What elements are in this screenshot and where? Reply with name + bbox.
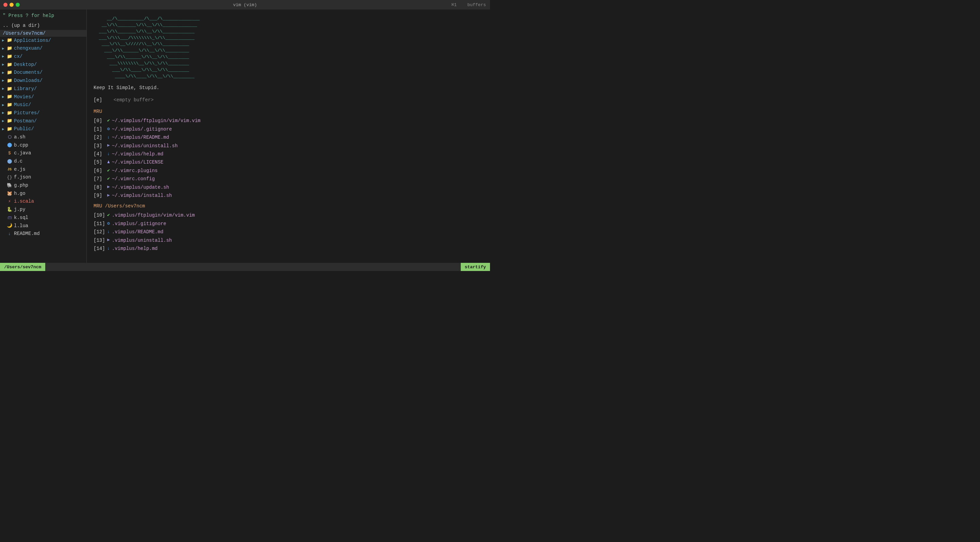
tree-item-d-c[interactable]: ⬤ d.c	[0, 157, 86, 166]
tree-item-h-go[interactable]: 🐹 h.go	[0, 190, 86, 198]
empty-buf-key: [e]	[94, 97, 102, 103]
mru-idx: [2]	[94, 134, 106, 141]
file-name: README.md	[14, 230, 40, 238]
file-name: h.go	[14, 190, 25, 198]
folder-icon: 📁	[7, 101, 12, 108]
git-icon: ⚙	[107, 126, 110, 133]
arrow-icon: ▶	[2, 70, 5, 76]
vim-icon2: ✔	[107, 167, 110, 174]
status-path: /Users/sev7ncm	[4, 265, 41, 269]
status-bar: /Users/sev7ncm startify	[0, 263, 490, 271]
tree-item-movies[interactable]: ▶ 📁 Movies/	[0, 93, 86, 101]
mru-idx: [5]	[94, 158, 106, 166]
tree-item-k-sql[interactable]: 🗃 k.sql	[0, 214, 86, 222]
file-name: i.scala	[14, 198, 34, 205]
c-icon: ⬤	[7, 158, 12, 165]
folder-icon: 📁	[7, 94, 12, 100]
file-name: j.py	[14, 206, 25, 214]
tree-item-c-java[interactable]: $ c.java	[0, 149, 86, 157]
md-icon: ↓	[107, 134, 110, 141]
tree-item-cx[interactable]: ▶ 📁 cx/	[0, 53, 86, 61]
tree-item-f-json[interactable]: {} f.json	[0, 173, 86, 182]
mru-idx: [7]	[94, 175, 106, 182]
tree-item-a-sh[interactable]: ⬡ a.sh	[0, 133, 86, 141]
tree-item-music[interactable]: ▶ 📁 Music/	[0, 101, 86, 109]
tree-item-e-js[interactable]: JS e.js	[0, 166, 86, 174]
arrow-icon: ▶	[2, 86, 5, 92]
tree-item-readme[interactable]: ↓ README.md	[0, 230, 86, 238]
mru-idx: [11]	[94, 220, 106, 227]
mru-item-14[interactable]: [14] ↓ .vimplus/help.md	[94, 245, 483, 252]
tree-item-g-php[interactable]: 🐘 g.php	[0, 182, 86, 190]
mru-item-4[interactable]: [4] ↓ ~/.vimplus/help.md	[94, 150, 483, 158]
cpp-icon: ⬤	[7, 142, 12, 149]
mru-item-13[interactable]: [13] ▶ .vimplus/uninstall.sh	[94, 237, 483, 244]
empty-buffer[interactable]: [e] <empty buffer>	[94, 97, 483, 103]
folder-icon: 📁	[7, 118, 12, 124]
mru-item-10[interactable]: [10] ✔ .vimplus/ftplugin/vim/vim.vim	[94, 211, 483, 219]
file-name: l.lua	[14, 222, 28, 230]
mru-idx: [3]	[94, 142, 106, 150]
tree-item-library[interactable]: ▶ 📁 Library/	[0, 85, 86, 93]
mru-item-6[interactable]: [6] ✔ ~/.vimrc.plugins	[94, 167, 483, 174]
git-icon2: ⚙	[107, 220, 110, 227]
tree-item-b-cpp[interactable]: ⬤ b.cpp	[0, 141, 86, 150]
folder-icon: 📁	[7, 126, 12, 133]
mru-path: .vimplus/ftplugin/vim/vim.vim	[112, 211, 195, 219]
md-icon4: ↓	[107, 245, 110, 252]
tree-item-postman[interactable]: ▶ 📁 Postman/	[0, 117, 86, 125]
folder-icon: 📁	[7, 110, 12, 117]
mru-idx: [8]	[94, 184, 106, 191]
dir-name: Documents/	[14, 69, 43, 76]
tree-item-chengxuan[interactable]: ▶ 📁 chengxuan/	[0, 44, 86, 53]
arrow-icon: ▶	[2, 54, 5, 60]
close-button[interactable]	[3, 3, 8, 7]
dir-name: Postman/	[14, 118, 37, 125]
tree-item-l-lua[interactable]: 🌙 l.lua	[0, 222, 86, 230]
mru-idx: [0]	[94, 117, 106, 124]
mru-item-12[interactable]: [12] ↓ .vimplus/README.md	[94, 228, 483, 236]
tree-item-downloads[interactable]: ▶ 📁 Downloads/	[0, 77, 86, 85]
up-dir-item[interactable]: .. (up a dir)	[0, 22, 86, 30]
maximize-button[interactable]	[16, 3, 20, 7]
minimize-button[interactable]	[10, 3, 14, 7]
arrow-icon: ▶	[2, 78, 5, 84]
mru-path: ~/.vimplus/README.md	[112, 134, 169, 141]
tree-item-desktop[interactable]: ▶ 📁 Desktop/	[0, 61, 86, 69]
file-tree-panel: " Press ? for help .. (up a dir) /Users/…	[0, 10, 87, 263]
mru-item-1[interactable]: [1] ⚙ ~/.vimplus/.gitignore	[94, 125, 483, 133]
folder-icon: 📁	[7, 62, 12, 68]
vim-icon4: ✔	[107, 212, 110, 219]
mru-item-0[interactable]: [0] ✔ ~/.vimplus/ftplugin/vim/vim.vim	[94, 117, 483, 124]
dir-name: Public/	[14, 125, 34, 133]
go-icon: 🐹	[7, 190, 12, 197]
mru-item-3[interactable]: [3] ▶ ~/.vimplus/uninstall.sh	[94, 142, 483, 150]
file-name: f.json	[14, 174, 31, 181]
arrow-icon: ▶	[2, 118, 5, 124]
file-name: e.js	[14, 166, 25, 173]
dir-name: Music/	[14, 101, 31, 109]
file-name: c.java	[14, 150, 31, 157]
arrow-icon: ▶	[2, 94, 5, 100]
file-name: a.sh	[14, 134, 25, 141]
tree-item-public[interactable]: ▶ 📁 Public/	[0, 125, 86, 133]
arrow-icon: ▶	[2, 62, 5, 68]
tree-item-i-scala[interactable]: ⚡ i.scala	[0, 198, 86, 206]
mru-path: ~/.vimplus/update.sh	[112, 184, 169, 191]
ascii-art: __/\__________/\___/\______________ __\/…	[94, 16, 483, 79]
mru-item-11[interactable]: [11] ⚙ .vimplus/.gitignore	[94, 220, 483, 227]
mru-item-9[interactable]: [9] ▶ ~/.vimplus/install.sh	[94, 192, 483, 199]
status-buffer-name: startify	[465, 265, 486, 269]
php-icon: 🐘	[7, 182, 12, 189]
mru-item-7[interactable]: [7] ✔ ~/.vimrc.config	[94, 175, 483, 182]
mru-item-2[interactable]: [2] ↓ ~/.vimplus/README.md	[94, 134, 483, 141]
title-bar-title: vim (vim)	[233, 2, 257, 8]
tree-item-pictures[interactable]: ▶ 📁 Pictures/	[0, 109, 86, 117]
mru-path: ~/.vimplus/install.sh	[112, 192, 172, 199]
file-name: k.sql	[14, 214, 28, 222]
mru-item-5[interactable]: [5] ♟ ~/.vimplus/LICENSE	[94, 158, 483, 166]
tree-item-applications[interactable]: ▶ 📁 Applications/	[0, 37, 86, 45]
tree-item-j-py[interactable]: 🐍 j.py	[0, 206, 86, 214]
tree-item-documents[interactable]: ▶ 📁 Documents/	[0, 69, 86, 77]
mru-item-8[interactable]: [8] ▶ ~/.vimplus/update.sh	[94, 184, 483, 191]
